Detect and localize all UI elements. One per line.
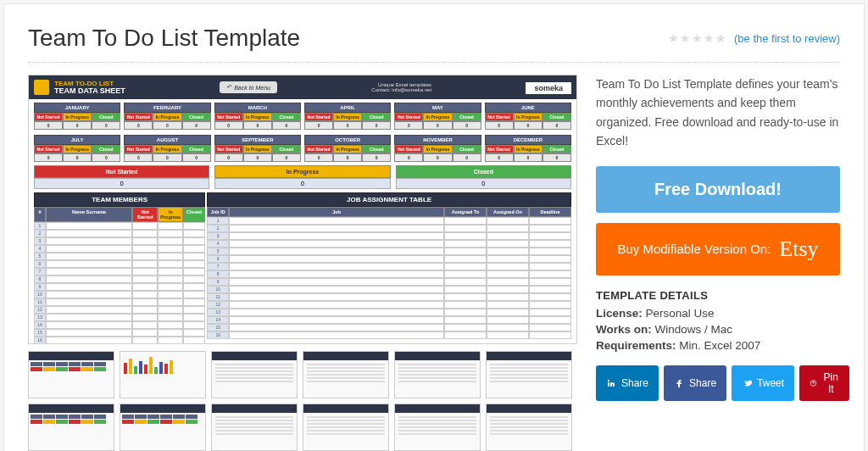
table-row: 13 <box>207 309 571 316</box>
month-block: APRIL Not StartedIn ProgressClosed 000 <box>304 103 391 130</box>
thumbnail-strip <box>28 351 577 451</box>
month-block: NOVEMBER Not StartedIn ProgressClosed 00… <box>394 135 481 162</box>
star-rating-empty: ★★★★★ <box>668 31 727 45</box>
table-row: 2 <box>207 225 571 232</box>
preview-header: TEAM TO-DO LIST TEAM DATA SHEET ↶Back to… <box>29 75 576 99</box>
table-row: 14 <box>207 316 571 324</box>
thumbnail[interactable] <box>211 351 298 398</box>
preview-title-2: TEAM DATA SHEET <box>54 87 125 95</box>
table-row: 8 <box>207 270 571 278</box>
table-row: 15 <box>34 329 205 337</box>
month-block: JANUARY Not StartedIn ProgressClosed 000 <box>34 103 120 130</box>
table-row: 9 <box>207 278 571 286</box>
twitter-icon <box>742 378 752 388</box>
thumbnail[interactable] <box>28 404 114 451</box>
months-row: JULY Not StartedIn ProgressClosed 000 AU… <box>29 131 576 164</box>
facebook-icon <box>674 378 684 388</box>
etsy-logo: Etsy <box>779 237 818 262</box>
months-row: JANUARY Not StartedIn ProgressClosed 000… <box>29 99 576 131</box>
table-row: 7 <box>34 268 205 276</box>
table-row: 4 <box>34 245 205 253</box>
right-column: Team To Do List Template defines your te… <box>596 75 840 451</box>
thumbnail[interactable] <box>394 351 481 398</box>
body: TEAM TO-DO LIST TEAM DATA SHEET ↶Back to… <box>28 75 840 451</box>
rating-wrap: ★★★★★ (be the first to review) <box>668 31 840 45</box>
table-row: 5 <box>34 253 205 260</box>
table-row: 10 <box>34 291 205 298</box>
template-details: TEMPLATE DETAILS License: Personal Use W… <box>596 289 840 352</box>
table-row: 9 <box>34 283 205 291</box>
table-row: 16 <box>207 331 571 339</box>
header: Team To Do List Template ★★★★★ (be the f… <box>28 25 840 63</box>
table-row: 16 <box>34 337 205 344</box>
product-card: Team To Do List Template ★★★★★ (be the f… <box>3 3 865 451</box>
template-icon <box>34 80 49 95</box>
table-row: 3 <box>34 237 205 245</box>
table-row: 14 <box>34 321 205 329</box>
table-row: 11 <box>34 298 205 306</box>
table-row: 12 <box>34 306 205 314</box>
month-block: MAY Not StartedIn ProgressClosed 000 <box>394 103 481 130</box>
social-buttons: Share Share Tweet Pin It <box>596 365 840 401</box>
thumbnail[interactable] <box>486 351 572 398</box>
description: Team To Do List Template defines your te… <box>596 75 840 151</box>
table-row: 7 <box>207 263 571 270</box>
table-row: 5 <box>207 248 571 255</box>
month-block: MARCH Not StartedIn ProgressClosed 000 <box>214 103 301 130</box>
preview-contact: Contact: info@someka.net <box>371 87 431 92</box>
thumbnail[interactable] <box>303 351 389 398</box>
table-row: 4 <box>207 240 571 248</box>
team-members-table: TEAM MEMBERS # Name Surname Not Started … <box>34 192 205 344</box>
linkedin-icon <box>606 378 616 388</box>
month-block: OCTOBER Not StartedIn ProgressClosed 000 <box>304 135 391 162</box>
thumbnail[interactable] <box>28 351 114 398</box>
pinterest-pin-button[interactable]: Pin It <box>799 365 849 401</box>
month-block: DECEMBER Not StartedIn ProgressClosed 00… <box>485 135 571 162</box>
summary-closed: Closed <box>396 165 571 178</box>
table-row: 6 <box>207 255 571 263</box>
table-row: 13 <box>34 314 205 321</box>
review-link[interactable]: (be the first to review) <box>734 32 840 45</box>
job-assignment-table: JOB ASSIGNMENT TABLE Job ID Job Assigned… <box>207 192 571 344</box>
table-row: 3 <box>207 232 571 240</box>
thumbnail[interactable] <box>394 404 481 451</box>
buy-etsy-button[interactable]: Buy Modifiable Version On: Etsy <box>596 223 840 276</box>
preview-image[interactable]: TEAM TO-DO LIST TEAM DATA SHEET ↶Back to… <box>28 75 577 344</box>
month-block: AUGUST Not StartedIn ProgressClosed 000 <box>124 135 210 162</box>
pinterest-icon <box>810 378 817 388</box>
month-block: JULY Not StartedIn ProgressClosed 000 <box>34 135 120 162</box>
details-heading: TEMPLATE DETAILS <box>596 289 840 302</box>
linkedin-share-button[interactable]: Share <box>596 365 659 401</box>
table-row: 6 <box>34 260 205 268</box>
summary-not-started: Not Started <box>34 165 209 178</box>
table-row: 10 <box>207 286 571 293</box>
thumbnail[interactable] <box>120 351 206 398</box>
month-block: JUNE Not StartedIn ProgressClosed 000 <box>485 103 571 130</box>
table-row: 12 <box>207 301 571 309</box>
thumbnail[interactable] <box>211 404 298 451</box>
someka-logo: someka <box>526 82 571 94</box>
table-row: 2 <box>34 230 205 237</box>
table-row: 8 <box>34 276 205 283</box>
facebook-share-button[interactable]: Share <box>664 365 726 401</box>
table-row: 1 <box>207 217 571 225</box>
table-row: 1 <box>34 222 205 230</box>
preview-tables: TEAM MEMBERS # Name Surname Not Started … <box>29 192 576 344</box>
summary-in-progress: In Progress <box>214 165 390 178</box>
table-row: 15 <box>207 324 571 331</box>
status-summary: Not Started0 In Progress0 Closed0 <box>29 164 576 192</box>
thumbnail[interactable] <box>120 404 206 451</box>
page-title: Team To Do List Template <box>28 25 300 52</box>
month-block: FEBRUARY Not StartedIn ProgressClosed 00… <box>124 103 210 130</box>
free-download-button[interactable]: Free Download! <box>596 166 840 213</box>
left-column: TEAM TO-DO LIST TEAM DATA SHEET ↶Back to… <box>28 75 577 451</box>
table-row: 11 <box>207 293 571 301</box>
thumbnail[interactable] <box>303 404 389 451</box>
back-to-menu-button: ↶Back to Menu <box>220 81 277 93</box>
thumbnail[interactable] <box>486 404 572 451</box>
month-block: SEPTEMBER Not StartedIn ProgressClosed 0… <box>214 135 301 162</box>
twitter-tweet-button[interactable]: Tweet <box>732 365 794 401</box>
